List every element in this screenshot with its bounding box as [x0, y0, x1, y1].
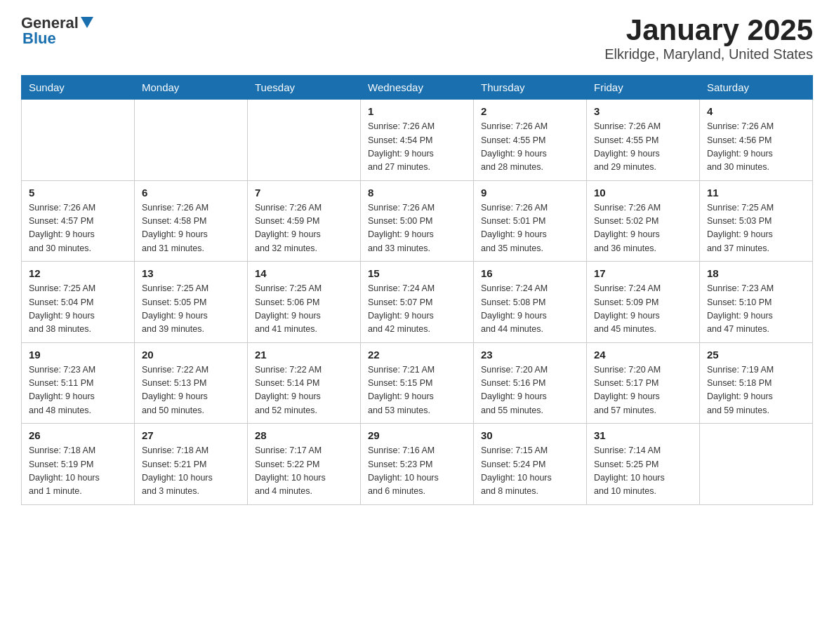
calendar-day-cell: 28Sunrise: 7:17 AMSunset: 5:22 PMDayligh…: [248, 424, 361, 505]
day-info: Sunrise: 7:20 AMSunset: 5:16 PMDaylight:…: [481, 363, 579, 418]
calendar-day-cell: 30Sunrise: 7:15 AMSunset: 5:24 PMDayligh…: [474, 424, 587, 505]
calendar-table: SundayMondayTuesdayWednesdayThursdayFrid…: [21, 75, 813, 505]
day-of-week-header: Thursday: [474, 76, 587, 100]
day-of-week-header: Monday: [135, 76, 248, 100]
day-info: Sunrise: 7:26 AMSunset: 5:02 PMDaylight:…: [594, 201, 692, 256]
day-info: Sunrise: 7:15 AMSunset: 5:24 PMDaylight:…: [481, 444, 579, 499]
day-of-week-header: Friday: [587, 76, 700, 100]
day-number: 13: [142, 267, 240, 279]
calendar-day-cell: 17Sunrise: 7:24 AMSunset: 5:09 PMDayligh…: [587, 262, 700, 343]
calendar-body: 1Sunrise: 7:26 AMSunset: 4:54 PMDaylight…: [22, 100, 813, 505]
calendar-week-row: 26Sunrise: 7:18 AMSunset: 5:19 PMDayligh…: [22, 424, 813, 505]
day-number: 11: [707, 187, 805, 199]
calendar-day-cell: 26Sunrise: 7:18 AMSunset: 5:19 PMDayligh…: [22, 424, 135, 505]
calendar-day-cell: 10Sunrise: 7:26 AMSunset: 5:02 PMDayligh…: [587, 180, 700, 262]
calendar-day-cell: 15Sunrise: 7:24 AMSunset: 5:07 PMDayligh…: [361, 262, 474, 343]
day-number: 2: [481, 105, 579, 117]
day-info: Sunrise: 7:26 AMSunset: 5:01 PMDaylight:…: [481, 201, 579, 256]
day-info: Sunrise: 7:22 AMSunset: 5:13 PMDaylight:…: [142, 363, 240, 418]
calendar-day-cell: [248, 100, 361, 181]
day-number: 6: [142, 187, 240, 199]
day-number: 17: [594, 267, 692, 279]
calendar-day-cell: 14Sunrise: 7:25 AMSunset: 5:06 PMDayligh…: [248, 262, 361, 343]
logo-blue-text: Blue: [22, 29, 56, 48]
logo-triangle-icon: [81, 17, 93, 31]
calendar-day-cell: 16Sunrise: 7:24 AMSunset: 5:08 PMDayligh…: [474, 262, 587, 343]
day-info: Sunrise: 7:18 AMSunset: 5:21 PMDaylight:…: [142, 444, 240, 499]
day-number: 1: [368, 105, 466, 117]
day-of-week-header: Sunday: [22, 76, 135, 100]
day-number: 30: [481, 429, 579, 441]
calendar-day-cell: 21Sunrise: 7:22 AMSunset: 5:14 PMDayligh…: [248, 342, 361, 424]
logo: General Blue: [21, 14, 93, 48]
day-info: Sunrise: 7:24 AMSunset: 5:08 PMDaylight:…: [481, 282, 579, 337]
svg-marker-0: [81, 17, 93, 28]
day-number: 8: [368, 187, 466, 199]
day-number: 7: [255, 187, 353, 199]
calendar-week-row: 1Sunrise: 7:26 AMSunset: 4:54 PMDaylight…: [22, 100, 813, 181]
day-info: Sunrise: 7:20 AMSunset: 5:17 PMDaylight:…: [594, 363, 692, 418]
day-info: Sunrise: 7:14 AMSunset: 5:25 PMDaylight:…: [594, 444, 692, 499]
day-info: Sunrise: 7:23 AMSunset: 5:10 PMDaylight:…: [707, 282, 805, 337]
day-info: Sunrise: 7:25 AMSunset: 5:03 PMDaylight:…: [707, 201, 805, 256]
day-number: 12: [29, 267, 127, 279]
day-of-week-header: Wednesday: [361, 76, 474, 100]
day-info: Sunrise: 7:24 AMSunset: 5:09 PMDaylight:…: [594, 282, 692, 337]
day-info: Sunrise: 7:26 AMSunset: 4:57 PMDaylight:…: [29, 201, 127, 256]
day-number: 15: [368, 267, 466, 279]
day-info: Sunrise: 7:16 AMSunset: 5:23 PMDaylight:…: [368, 444, 466, 499]
day-number: 22: [368, 349, 466, 361]
day-info: Sunrise: 7:26 AMSunset: 4:55 PMDaylight:…: [481, 120, 579, 175]
calendar-day-cell: 29Sunrise: 7:16 AMSunset: 5:23 PMDayligh…: [361, 424, 474, 505]
day-of-week-header: Saturday: [700, 76, 813, 100]
day-number: 26: [29, 429, 127, 441]
page-header: General Blue January 2025 Elkridge, Mary…: [21, 14, 813, 62]
day-info: Sunrise: 7:25 AMSunset: 5:04 PMDaylight:…: [29, 282, 127, 337]
day-number: 21: [255, 349, 353, 361]
day-number: 3: [594, 105, 692, 117]
day-number: 16: [481, 267, 579, 279]
calendar-day-cell: 6Sunrise: 7:26 AMSunset: 4:58 PMDaylight…: [135, 180, 248, 262]
day-number: 19: [29, 349, 127, 361]
day-info: Sunrise: 7:17 AMSunset: 5:22 PMDaylight:…: [255, 444, 353, 499]
calendar-day-cell: [22, 100, 135, 181]
calendar-week-row: 12Sunrise: 7:25 AMSunset: 5:04 PMDayligh…: [22, 262, 813, 343]
calendar-day-cell: 23Sunrise: 7:20 AMSunset: 5:16 PMDayligh…: [474, 342, 587, 424]
page-subtitle: Elkridge, Maryland, United States: [604, 46, 813, 62]
day-info: Sunrise: 7:21 AMSunset: 5:15 PMDaylight:…: [368, 363, 466, 418]
calendar-day-cell: 1Sunrise: 7:26 AMSunset: 4:54 PMDaylight…: [361, 100, 474, 181]
day-info: Sunrise: 7:19 AMSunset: 5:18 PMDaylight:…: [707, 363, 805, 418]
title-block: January 2025 Elkridge, Maryland, United …: [604, 14, 813, 62]
day-of-week-header: Tuesday: [248, 76, 361, 100]
calendar-day-cell: 3Sunrise: 7:26 AMSunset: 4:55 PMDaylight…: [587, 100, 700, 181]
day-number: 27: [142, 429, 240, 441]
day-number: 10: [594, 187, 692, 199]
day-number: 9: [481, 187, 579, 199]
calendar-day-cell: 20Sunrise: 7:22 AMSunset: 5:13 PMDayligh…: [135, 342, 248, 424]
day-info: Sunrise: 7:26 AMSunset: 4:55 PMDaylight:…: [594, 120, 692, 175]
day-info: Sunrise: 7:26 AMSunset: 4:59 PMDaylight:…: [255, 201, 353, 256]
day-number: 29: [368, 429, 466, 441]
calendar-day-cell: 18Sunrise: 7:23 AMSunset: 5:10 PMDayligh…: [700, 262, 813, 343]
calendar-day-cell: 4Sunrise: 7:26 AMSunset: 4:56 PMDaylight…: [700, 100, 813, 181]
calendar-day-cell: [135, 100, 248, 181]
day-info: Sunrise: 7:26 AMSunset: 4:58 PMDaylight:…: [142, 201, 240, 256]
day-number: 5: [29, 187, 127, 199]
day-info: Sunrise: 7:23 AMSunset: 5:11 PMDaylight:…: [29, 363, 127, 418]
calendar-day-cell: 19Sunrise: 7:23 AMSunset: 5:11 PMDayligh…: [22, 342, 135, 424]
day-info: Sunrise: 7:26 AMSunset: 4:54 PMDaylight:…: [368, 120, 466, 175]
calendar-day-cell: 12Sunrise: 7:25 AMSunset: 5:04 PMDayligh…: [22, 262, 135, 343]
calendar-day-cell: 27Sunrise: 7:18 AMSunset: 5:21 PMDayligh…: [135, 424, 248, 505]
day-info: Sunrise: 7:24 AMSunset: 5:07 PMDaylight:…: [368, 282, 466, 337]
calendar-day-cell: 8Sunrise: 7:26 AMSunset: 5:00 PMDaylight…: [361, 180, 474, 262]
day-info: Sunrise: 7:26 AMSunset: 5:00 PMDaylight:…: [368, 201, 466, 256]
calendar-day-cell: 9Sunrise: 7:26 AMSunset: 5:01 PMDaylight…: [474, 180, 587, 262]
day-number: 14: [255, 267, 353, 279]
day-number: 24: [594, 349, 692, 361]
calendar-day-cell: 31Sunrise: 7:14 AMSunset: 5:25 PMDayligh…: [587, 424, 700, 505]
calendar-day-cell: 7Sunrise: 7:26 AMSunset: 4:59 PMDaylight…: [248, 180, 361, 262]
calendar-day-cell: 11Sunrise: 7:25 AMSunset: 5:03 PMDayligh…: [700, 180, 813, 262]
day-info: Sunrise: 7:25 AMSunset: 5:05 PMDaylight:…: [142, 282, 240, 337]
day-info: Sunrise: 7:22 AMSunset: 5:14 PMDaylight:…: [255, 363, 353, 418]
day-info: Sunrise: 7:26 AMSunset: 4:56 PMDaylight:…: [707, 120, 805, 175]
